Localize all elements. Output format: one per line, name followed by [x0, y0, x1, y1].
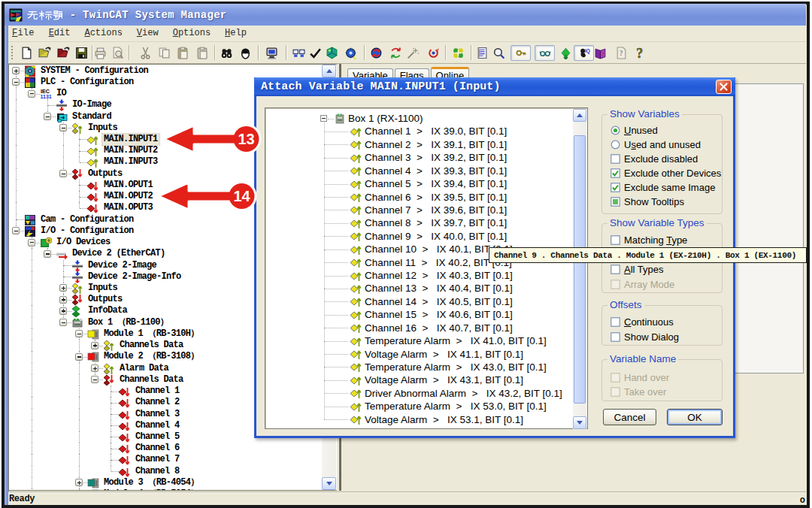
radio-used-and-unused[interactable]: Used and unused	[611, 138, 701, 151]
checkbox-show-dialog[interactable]: Show Dialog	[611, 331, 679, 343]
collapse-icon[interactable]	[28, 90, 35, 98]
collapse-icon[interactable]	[12, 78, 20, 86]
expand-icon[interactable]	[91, 342, 98, 349]
scroll-up-button[interactable]	[573, 109, 586, 122]
dialog-list-item[interactable]: Channel 2 > IX 39.1, BIT [0.1]	[266, 138, 573, 151]
dialog-list-item[interactable]: Voltage Alarm > IX 53.1, BIT [0.1]	[266, 413, 573, 426]
expand-icon[interactable]	[59, 284, 67, 292]
scroll-down-button[interactable]	[322, 477, 336, 490]
tree-label[interactable]: PLC - Configuration	[39, 77, 135, 88]
dialog-list-item[interactable]: Channel 6 > IX 39.5, BIT [0.1]	[266, 190, 573, 204]
tree-label[interactable]: Box 1 （RB-1100）	[86, 317, 170, 328]
expand-icon[interactable]	[59, 296, 67, 304]
collapse-icon[interactable]	[91, 376, 98, 383]
tree-label[interactable]: Outputs	[86, 168, 124, 180]
tree-row[interactable]: Channel 7	[9, 454, 321, 465]
dialog-list-scrollbar[interactable]	[573, 109, 586, 429]
tree-row[interactable]: Channel 6	[9, 443, 321, 454]
tree-label[interactable]: Channel 8	[134, 466, 181, 477]
free-run-diamond-button[interactable]	[556, 44, 574, 62]
dialog-list-item[interactable]: Voltage Alarm > IX 41.1, BIT [0.1]	[266, 347, 573, 361]
tree-label[interactable]: SYSTEM - Configuration	[39, 65, 150, 77]
key-toggle-button[interactable]	[511, 45, 531, 61]
tree-label[interactable]: Module 4 （RB-5054）	[102, 488, 201, 490]
tree-label[interactable]: Channel 4	[134, 420, 181, 431]
tree-label[interactable]: MAIN.OPUT3	[102, 202, 154, 213]
checkbox-continuous[interactable]: Continuous	[611, 316, 674, 328]
checkbox-exclude-disabled[interactable]: Exclude disabled	[611, 153, 698, 165]
collapse-icon[interactable]	[75, 330, 83, 337]
dialog-list-item[interactable]: Channel 9 > IX 40.0, BIT [0.1]	[266, 229, 573, 243]
target-boxes-button[interactable]	[289, 44, 308, 62]
dialog-list-item[interactable]: Voltage Alarm > IX 43.1, BIT [0.1]	[266, 373, 573, 387]
tree-label[interactable]: Channels Data	[118, 340, 185, 351]
tree-label[interactable]: Channel 2	[134, 397, 181, 408]
tree-label[interactable]: Device 2-Image-Info	[86, 271, 183, 283]
expand-icon[interactable]	[59, 307, 67, 315]
scroll-up-button[interactable]	[322, 65, 336, 77]
dialog-list-item[interactable]: Channel 7 > IX 39.6, BIT [0.1]	[266, 203, 573, 216]
dialog-list-item[interactable]: Channel 13 > IX 40.4, BIT [0.1]	[266, 282, 573, 295]
tree-label[interactable]: Channel 3	[134, 409, 181, 420]
tree-label[interactable]: MAIN.INPUT3	[102, 156, 159, 168]
dialog-list-item[interactable]: Driver Abnormal Alarm > IX 43.2, BIT [0.…	[266, 386, 573, 400]
tree-label[interactable]: Standard	[71, 111, 113, 122]
expand-icon[interactable]	[12, 67, 20, 74]
copy-button[interactable]	[155, 44, 173, 62]
generate-cube-button[interactable]	[323, 44, 341, 62]
zoom-magnifier-button[interactable]	[489, 44, 508, 62]
collapse-icon[interactable]	[75, 353, 83, 361]
dialog-list-item[interactable]: Channel 3 > IX 39.2, BIT [0.1]	[266, 151, 573, 165]
tree-label[interactable]: Channels Data	[118, 374, 185, 386]
tree-label[interactable]: Alarm Data	[118, 363, 170, 374]
menu-edit[interactable]: Edit	[42, 26, 78, 41]
tree-label[interactable]: I/O Devices	[55, 237, 112, 248]
reload-io-button[interactable]	[386, 44, 404, 62]
collapse-icon[interactable]	[12, 227, 20, 234]
save-button[interactable]	[72, 44, 90, 62]
dialog-list-item[interactable]: Channel 14 > IX 40.5, BIT [0.1]	[266, 295, 573, 308]
collapse-icon[interactable]	[320, 115, 327, 122]
collapse-icon[interactable]	[44, 250, 51, 258]
tree-label[interactable]: Channel 5	[134, 431, 181, 443]
dialog-list-item[interactable]: Channel 8 > IX 39.7, BIT [0.1]	[266, 216, 573, 230]
tree-label[interactable]: Inputs	[86, 122, 119, 134]
help-book-button[interactable]: ?	[591, 44, 609, 62]
print-preview-button[interactable]	[108, 44, 126, 62]
open-file-button[interactable]	[35, 44, 53, 62]
open-target-button[interactable]	[54, 44, 72, 62]
print-button[interactable]	[91, 44, 109, 62]
tree-label[interactable]: MAIN.INPUT2	[102, 145, 159, 156]
tree-label[interactable]: MAIN.INPUT1	[102, 134, 159, 145]
dialog-list-item[interactable]: Channel 12 > IX 40.3, BIT [0.1]	[266, 269, 573, 283]
menu-view[interactable]: View	[130, 26, 166, 41]
tree-label[interactable]: Device 2 (EtherCAT)	[71, 248, 167, 259]
target-system-button[interactable]	[262, 44, 280, 62]
mouse-button[interactable]	[236, 44, 254, 62]
scroll-down-button[interactable]	[573, 416, 586, 429]
tree-label[interactable]: Device 2-Image	[86, 260, 158, 271]
tree-label[interactable]: IO-Image	[71, 99, 113, 110]
expand-icon[interactable]	[75, 479, 83, 486]
expand-icon[interactable]	[91, 364, 98, 372]
scroll-thumb[interactable]	[574, 135, 586, 404]
tree-label[interactable]: Cam - Configuration	[39, 214, 135, 225]
checkbox-matching-type[interactable]: Matching Type	[611, 234, 687, 246]
checkbox-exclude-same-image[interactable]: Exclude same Image	[611, 181, 715, 194]
checkbox-show-tooltips[interactable]: Show Tooltips	[611, 195, 684, 208]
paste-button[interactable]	[174, 44, 192, 62]
toolbar-grip[interactable]	[11, 45, 14, 61]
tree-label[interactable]: IO	[55, 88, 68, 99]
tree-label[interactable]: InfoData	[86, 305, 129, 316]
tree-label[interactable]: Channel 7	[134, 454, 181, 465]
tree-label[interactable]: Module 1 （RB-310H）	[102, 328, 201, 340]
new-file-button[interactable]	[17, 44, 35, 62]
log-doc-button[interactable]	[473, 44, 491, 62]
menu-file[interactable]: File	[8, 26, 42, 41]
menu-actions[interactable]: Actions	[77, 26, 129, 41]
help-page-button[interactable]: ?	[612, 44, 630, 62]
menu-options[interactable]: Options	[166, 26, 218, 41]
collapse-icon[interactable]	[59, 319, 67, 326]
tree-label[interactable]: Channel 6	[134, 443, 181, 454]
tree-row[interactable]: Channel 8	[9, 466, 321, 477]
